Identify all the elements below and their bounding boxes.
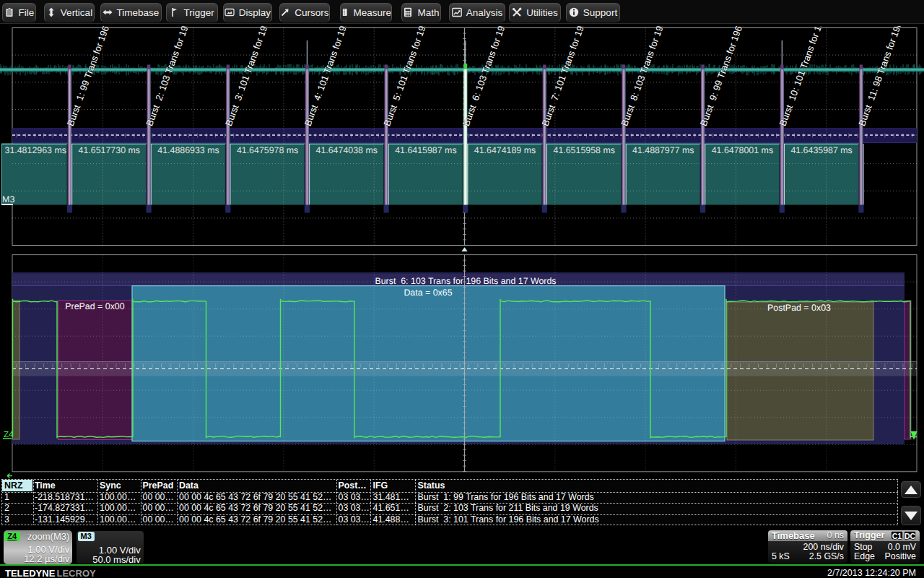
svg-text:M3: M3 [2,194,14,204]
svg-text:31.4812963 ms: 31.4812963 ms [4,145,66,155]
svg-text:Data = 0x65: Data = 0x65 [404,288,452,298]
svg-text:41.6475978 ms: 41.6475978 ms [237,145,298,155]
svg-text:41.6474189 ms: 41.6474189 ms [474,145,536,155]
svg-text:41.6435987 ms: 41.6435987 ms [790,145,852,155]
svg-text:41.4886933 ms: 41.4886933 ms [157,145,219,155]
svg-text:41.6515958 ms: 41.6515958 ms [553,145,614,155]
svg-text:41.6474038 ms: 41.6474038 ms [315,145,377,155]
svg-text:Burst 6: 103 Trans for 196 Bi: Burst 6: 103 Trans for 196 Bits and 17 W… [375,276,556,286]
svg-text:41.6415987 ms: 41.6415987 ms [395,145,456,155]
svg-text:41.4887977 ms: 41.4887977 ms [632,145,694,155]
svg-text:PostPad = 0x03: PostPad = 0x03 [767,303,831,313]
svg-text:41.6517730 ms: 41.6517730 ms [79,145,140,155]
svg-text:Z4: Z4 [4,431,14,439]
svg-text:PrePad = 0x00: PrePad = 0x00 [65,301,124,311]
svg-text:41.6478001 ms: 41.6478001 ms [712,145,773,155]
